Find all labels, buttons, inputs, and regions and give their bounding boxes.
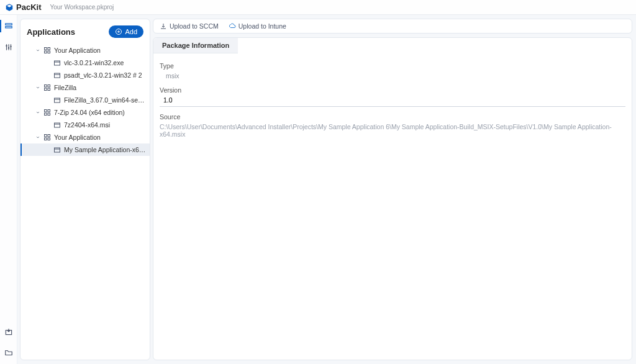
svg-rect-20 bbox=[45, 113, 47, 116]
svg-rect-15 bbox=[45, 88, 47, 91]
tree-item-label: Your Application bbox=[54, 134, 101, 141]
sidebar-title: Applications bbox=[27, 27, 75, 37]
packit-logo-icon bbox=[5, 3, 14, 12]
svg-rect-27 bbox=[55, 148, 60, 152]
svg-rect-24 bbox=[48, 135, 50, 137]
upload-intune-button[interactable]: Upload to Intune bbox=[229, 22, 286, 30]
chevron-down-icon bbox=[44, 59, 52, 66]
app-icon bbox=[43, 83, 52, 92]
tree-item-label: FileZilla bbox=[54, 84, 76, 91]
add-application-button[interactable]: Add bbox=[109, 25, 143, 38]
tree-item-label: 7-Zip 24.04 (x64 edition) bbox=[54, 109, 125, 116]
tree-item-label: psadt_vlc-3.0.21-win32 # 2 bbox=[64, 71, 142, 79]
svg-rect-12 bbox=[55, 73, 60, 78]
tab-package-information[interactable]: Package Information bbox=[153, 38, 238, 53]
tree-package-node[interactable]: psadt_vlc-3.0.21-win32 # 2 bbox=[20, 69, 150, 81]
sccm-icon bbox=[160, 22, 167, 30]
chevron-down-icon bbox=[44, 146, 52, 153]
source-label: Source bbox=[160, 113, 625, 121]
rail-folder-icon[interactable] bbox=[4, 348, 14, 358]
chevron-down-icon bbox=[34, 47, 42, 54]
svg-rect-18 bbox=[45, 110, 47, 112]
package-icon bbox=[53, 58, 61, 67]
tree-item-label: FileZilla_3.67.0_win64-setup.exe bbox=[64, 96, 146, 104]
tree-app-node[interactable]: FileZilla bbox=[20, 81, 150, 94]
chevron-down-icon bbox=[34, 84, 42, 91]
chevron-down-icon bbox=[34, 134, 42, 141]
package-icon bbox=[53, 96, 61, 104]
title-bar: PacKit Your Workspace.pkproj bbox=[0, 0, 636, 15]
svg-rect-9 bbox=[45, 51, 47, 53]
app-icon bbox=[43, 133, 52, 142]
tree-app-node[interactable]: Your Application bbox=[20, 131, 150, 143]
package-icon bbox=[53, 121, 61, 129]
icon-rail bbox=[0, 15, 17, 364]
tree-package-node[interactable]: My Sample Application-x64.msix bbox=[20, 143, 150, 156]
tree-package-node[interactable]: 7z2404-x64.msi bbox=[20, 119, 150, 131]
applications-tree: Your Applicationvlc-3.0.21-win32.exepsad… bbox=[20, 44, 150, 353]
svg-rect-17 bbox=[55, 98, 60, 102]
rail-applications-icon[interactable] bbox=[4, 21, 14, 31]
svg-rect-25 bbox=[45, 138, 47, 140]
content-panel: Package Information Type msix Version So… bbox=[153, 37, 632, 360]
tree-package-node[interactable]: vlc-3.0.21-win32.exe bbox=[20, 57, 150, 69]
source-value: C:\Users\User\Documents\Advanced Install… bbox=[160, 121, 625, 143]
version-label: Version bbox=[160, 86, 625, 94]
type-label: Type bbox=[160, 62, 625, 70]
add-button-label: Add bbox=[125, 28, 137, 35]
svg-point-2 bbox=[6, 45, 7, 47]
app-name: PacKit bbox=[16, 2, 41, 12]
svg-rect-19 bbox=[48, 110, 50, 112]
applications-sidebar: Applications Add Your Applicationvlc-3.0… bbox=[20, 19, 150, 360]
svg-point-4 bbox=[10, 46, 11, 47]
svg-rect-10 bbox=[48, 51, 50, 53]
rail-settings-icon[interactable] bbox=[4, 42, 14, 52]
svg-rect-23 bbox=[45, 135, 47, 137]
svg-rect-0 bbox=[5, 24, 12, 25]
upload-sccm-button[interactable]: Upload to SCCM bbox=[160, 22, 219, 30]
type-value: msix bbox=[160, 70, 625, 83]
tree-app-node[interactable]: 7-Zip 24.04 (x64 edition) bbox=[20, 106, 150, 119]
svg-rect-22 bbox=[55, 123, 60, 127]
app-icon bbox=[43, 46, 52, 55]
app-icon bbox=[43, 108, 52, 117]
rail-import-icon[interactable] bbox=[4, 327, 14, 337]
chevron-down-icon bbox=[44, 121, 52, 129]
package-icon bbox=[53, 71, 61, 80]
svg-rect-16 bbox=[48, 88, 50, 91]
intune-icon bbox=[229, 22, 236, 30]
tree-item-label: My Sample Application-x64.msix bbox=[64, 146, 146, 153]
svg-rect-21 bbox=[48, 113, 50, 116]
plus-circle-icon bbox=[115, 28, 122, 35]
chevron-down-icon bbox=[44, 96, 52, 104]
chevron-down-icon bbox=[44, 71, 52, 79]
svg-rect-8 bbox=[48, 48, 50, 50]
svg-rect-1 bbox=[5, 27, 12, 28]
svg-rect-14 bbox=[48, 85, 50, 88]
tree-item-label: vlc-3.0.21-win32.exe bbox=[64, 59, 124, 66]
main-toolbar: Upload to SCCM Upload to Intune bbox=[153, 19, 632, 34]
svg-rect-26 bbox=[48, 138, 50, 140]
tree-app-node[interactable]: Your Application bbox=[20, 44, 150, 57]
app-logo: PacKit bbox=[5, 2, 41, 12]
svg-point-3 bbox=[7, 47, 9, 48]
svg-rect-13 bbox=[45, 85, 47, 88]
tree-item-label: 7z2404-x64.msi bbox=[64, 121, 110, 129]
tree-package-node[interactable]: FileZilla_3.67.0_win64-setup.exe bbox=[20, 94, 150, 106]
chevron-down-icon bbox=[34, 109, 42, 116]
svg-rect-7 bbox=[45, 48, 47, 50]
version-input[interactable] bbox=[160, 94, 625, 107]
svg-rect-11 bbox=[55, 61, 60, 65]
package-icon bbox=[53, 145, 61, 154]
tree-item-label: Your Application bbox=[54, 47, 101, 54]
workspace-subtitle: Your Workspace.pkproj bbox=[50, 4, 114, 11]
